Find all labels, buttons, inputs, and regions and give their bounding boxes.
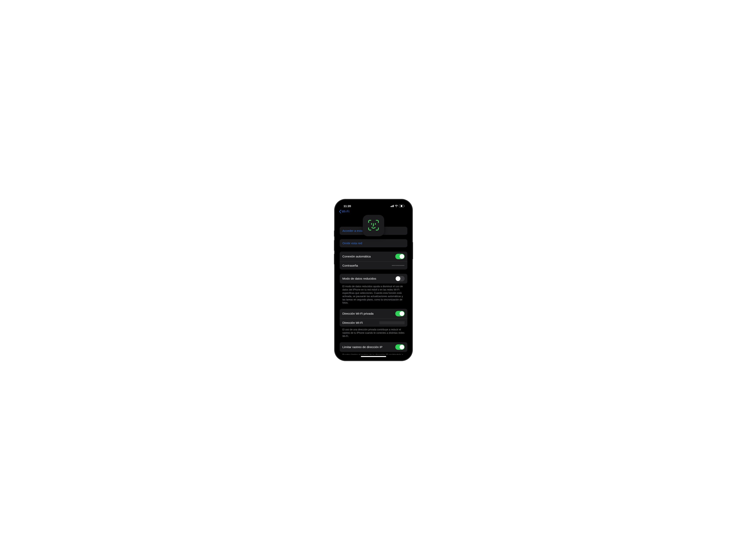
face-id-popup bbox=[363, 215, 384, 236]
status-time: 11:20 bbox=[343, 204, 351, 208]
volume-up-button bbox=[334, 240, 335, 251]
low-data-mode-toggle[interactable] bbox=[395, 276, 405, 282]
password-label: Contraseña bbox=[342, 264, 358, 267]
dynamic-island bbox=[362, 204, 385, 210]
low-data-mode-row: Modo de datos reducidos bbox=[340, 274, 407, 284]
silent-switch bbox=[334, 231, 335, 237]
settings-content[interactable]: Acceder a esta red Omitir esta red Conex… bbox=[337, 215, 410, 355]
auto-join-label: Conexión automática bbox=[342, 255, 371, 258]
wifi-address-value bbox=[379, 321, 405, 324]
phone-frame: 11:20 40 bbox=[335, 199, 412, 361]
back-label: Wi-Fi bbox=[342, 210, 350, 213]
low-data-mode-footer: El modo de datos reducidos ayuda a dismi… bbox=[340, 284, 407, 304]
volume-down-button bbox=[334, 254, 335, 264]
auto-join-toggle[interactable] bbox=[395, 254, 405, 259]
screen: 11:20 40 bbox=[337, 202, 410, 358]
wifi-address-label: Dirección Wi-Fi bbox=[342, 321, 363, 324]
private-address-label: Dirección Wi-Fi privada bbox=[342, 312, 374, 315]
forget-network-row[interactable]: Omitir esta red bbox=[340, 239, 407, 247]
limit-ip-tracking-footer: Puedes limitar el rastreo de tu direcció… bbox=[340, 352, 407, 355]
cellular-signal-icon bbox=[391, 205, 394, 207]
wifi-icon bbox=[395, 205, 398, 207]
face-id-icon bbox=[367, 219, 380, 232]
battery-icon: 40 bbox=[399, 205, 405, 207]
private-address-row: Dirección Wi-Fi privada bbox=[340, 309, 407, 319]
wifi-address-row: Dirección Wi-Fi bbox=[340, 319, 407, 327]
password-value: •••••••••• bbox=[392, 264, 405, 267]
limit-ip-tracking-toggle[interactable] bbox=[395, 344, 405, 350]
side-button bbox=[412, 242, 413, 259]
forget-network-label: Omitir esta red bbox=[342, 241, 362, 245]
password-row[interactable]: Contraseña •••••••••• bbox=[340, 261, 407, 269]
limit-ip-tracking-label: Limitar rastreo de dirección IP bbox=[342, 345, 382, 349]
private-address-footer: El uso de una dirección privada contribu… bbox=[340, 327, 407, 338]
private-address-toggle[interactable] bbox=[395, 311, 405, 316]
home-indicator[interactable] bbox=[361, 356, 386, 357]
back-button[interactable]: Wi-Fi bbox=[339, 210, 350, 213]
low-data-mode-label: Modo de datos reducidos bbox=[342, 277, 376, 281]
chevron-left-icon bbox=[339, 210, 341, 213]
auto-join-row: Conexión automática bbox=[340, 251, 407, 261]
limit-ip-tracking-row: Limitar rastreo de dirección IP bbox=[340, 342, 407, 352]
